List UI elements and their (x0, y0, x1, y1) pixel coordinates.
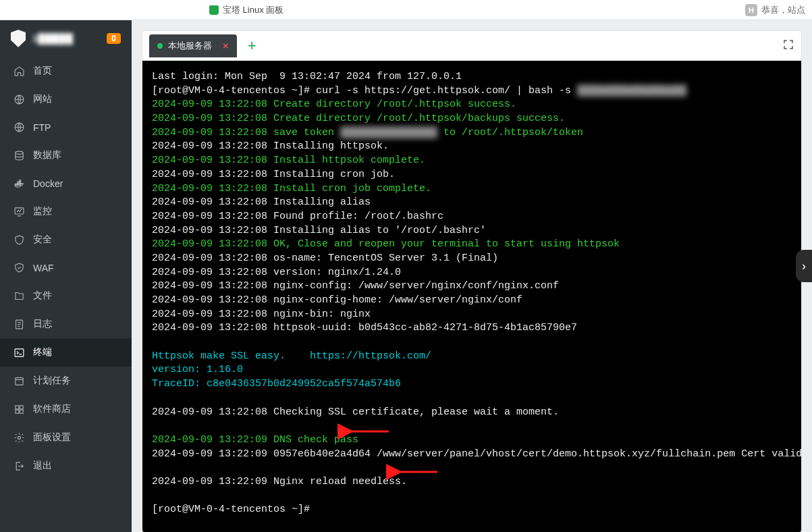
docker-icon (13, 178, 25, 189)
settings-icon (13, 432, 25, 444)
sidebar-item-store[interactable]: 软件商店 (0, 395, 132, 423)
terminal-icon (13, 347, 25, 358)
site-icon (13, 94, 25, 105)
home-icon (13, 65, 25, 77)
svg-rect-5 (15, 348, 24, 356)
svg-rect-6 (16, 377, 23, 385)
sidebar-item-label: 文件 (33, 290, 52, 302)
top-right-status: H 恭喜，站点 (745, 4, 805, 16)
sidebar-item-label: WAF (33, 263, 54, 273)
sidebar-item-label: 面板设置 (33, 431, 71, 444)
side-drawer-handle[interactable]: › (796, 250, 812, 282)
fullscreen-icon (782, 38, 794, 51)
terminal-panel: 本地服务器 × + Last login: Mon Sep 9 13:02:47… (142, 31, 801, 532)
waf-icon (13, 262, 25, 273)
sidebar-header: 1█████ 0 (0, 20, 132, 57)
svg-rect-10 (20, 410, 23, 413)
sidebar-item-monitor[interactable]: 监控 (0, 197, 132, 225)
sidebar-item-logout[interactable]: 退出 (0, 452, 132, 480)
sidebar-item-label: 日志 (33, 318, 52, 330)
db-icon (13, 150, 25, 161)
shield-icon (209, 5, 219, 15)
sidebar-item-label: 安全 (33, 234, 52, 246)
cron-icon (13, 375, 25, 387)
sidebar-item-label: 监控 (33, 205, 52, 217)
svg-rect-7 (16, 405, 19, 408)
sidebar-item-label: 终端 (33, 346, 52, 358)
sidebar-item-docker[interactable]: Docker (0, 169, 132, 197)
svg-point-2 (16, 151, 23, 154)
sidebar-item-settings[interactable]: 面板设置 (0, 423, 132, 452)
browser-tab-bar: 宝塔 Linux 面板 H 恭喜，站点 (0, 0, 812, 20)
sidebar-item-files[interactable]: 文件 (0, 282, 132, 310)
sidebar-item-cron[interactable]: 计划任务 (0, 367, 132, 395)
sidebar-item-label: FTP (33, 122, 51, 133)
security-icon (13, 234, 25, 246)
sidebar-item-security[interactable]: 安全 (0, 225, 132, 254)
sidebar-item-label: Docker (33, 178, 63, 189)
browser-tab[interactable]: 宝塔 Linux 面板 (209, 4, 283, 16)
monitor-icon (13, 206, 25, 217)
terminal-tabs-bar: 本地服务器 × + (142, 31, 801, 61)
sidebar-item-label: 网站 (33, 93, 52, 105)
sidebar-item-terminal[interactable]: 终端 (0, 338, 132, 367)
sidebar-item-site[interactable]: 网站 (0, 85, 132, 113)
svg-point-11 (18, 436, 20, 439)
terminal-output[interactable]: Last login: Mon Sep 9 13:02:47 2024 from… (142, 61, 801, 532)
sidebar-title: 1█████ (32, 33, 73, 44)
logs-icon (13, 319, 25, 330)
sidebar-item-label: 退出 (33, 460, 52, 472)
sidebar-item-db[interactable]: 数据库 (0, 141, 132, 169)
sidebar-item-waf[interactable]: WAF (0, 254, 132, 282)
sidebar-item-home[interactable]: 首页 (0, 57, 132, 85)
sidebar-item-label: 数据库 (33, 149, 61, 161)
status-dot-icon (157, 43, 163, 49)
terminal-tab-label: 本地服务器 (168, 40, 212, 52)
files-icon (13, 290, 25, 302)
main-area: 本地服务器 × + Last login: Mon Sep 9 13:02:47… (132, 20, 812, 532)
sidebar-item-ftp[interactable]: FTP (0, 113, 132, 141)
close-tab-icon[interactable]: × (223, 40, 229, 51)
svg-rect-9 (16, 410, 19, 413)
sidebar-item-logs[interactable]: 日志 (0, 310, 132, 338)
app-shield-icon (11, 30, 26, 47)
sidebar-item-label: 首页 (33, 65, 52, 77)
h-badge-icon: H (745, 4, 757, 16)
terminal-tab[interactable]: 本地服务器 × (149, 34, 237, 57)
sidebar-item-label: 计划任务 (33, 375, 71, 387)
store-icon (13, 404, 25, 415)
add-tab-button[interactable]: + (241, 37, 263, 55)
sidebar-item-label: 软件商店 (33, 403, 71, 415)
ftp-icon (13, 122, 25, 133)
svg-rect-8 (20, 405, 23, 408)
fullscreen-button[interactable] (782, 38, 794, 53)
browser-tab-title: 宝塔 Linux 面板 (223, 4, 283, 16)
notification-badge[interactable]: 0 (107, 33, 121, 44)
sidebar: 1█████ 0 首页网站FTP数据库Docker监控安全WAF文件日志终端计划… (0, 20, 132, 532)
logout-icon (13, 460, 25, 472)
